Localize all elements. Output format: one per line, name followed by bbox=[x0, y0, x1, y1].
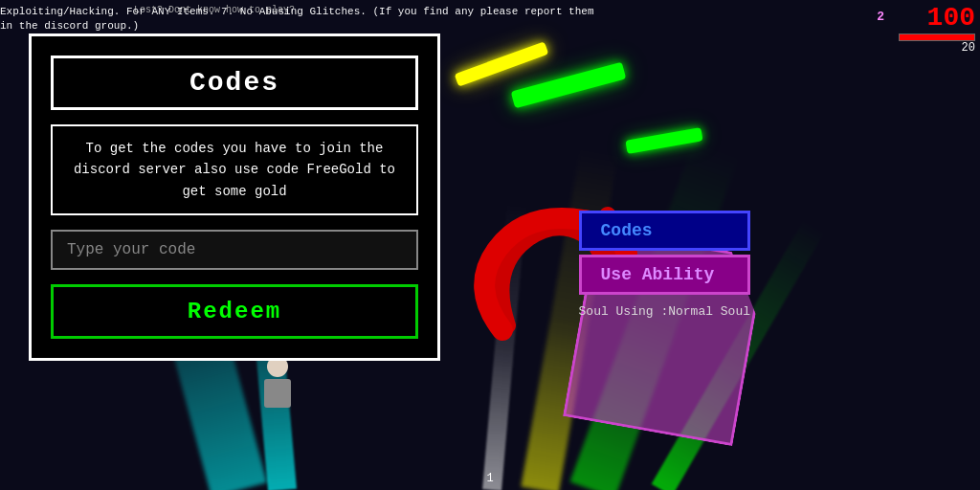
character-sprite bbox=[258, 356, 297, 413]
platform-yellow bbox=[455, 41, 549, 86]
codes-description-box: To get the codes you have to join the di… bbox=[51, 124, 418, 215]
codes-panel-label: Codes bbox=[601, 221, 653, 240]
codes-description-text: To get the codes you have to join the di… bbox=[74, 141, 395, 199]
char-body bbox=[264, 379, 291, 408]
hud-area: 2 100 20 bbox=[899, 5, 975, 55]
hp-sub-value: 20 bbox=[962, 41, 975, 55]
hp-value: 100 bbox=[927, 5, 975, 32]
code-input-placeholder: Type your code bbox=[67, 241, 195, 258]
redeem-label: Redeem bbox=[188, 299, 281, 324]
codes-panel-button[interactable]: Codes bbox=[579, 211, 750, 251]
hp-bar bbox=[900, 34, 974, 40]
hp-bar-container bbox=[899, 33, 975, 41]
soul-text: Soul Using :Normal Soul bbox=[579, 303, 750, 321]
right-panel: Codes Use Ability Soul Using :Normal Sou… bbox=[579, 211, 750, 321]
level-badge: 2 bbox=[877, 10, 884, 24]
rules-text: Exploiting/Hacking. For ANY Items. 7. No… bbox=[0, 5, 597, 34]
use-ability-label: Use Ability bbox=[601, 265, 715, 284]
code-input-box[interactable]: Type your code bbox=[51, 230, 418, 270]
redeem-button[interactable]: Redeem bbox=[51, 284, 418, 339]
codes-dialog: Codes To get the codes you have to join … bbox=[29, 33, 440, 361]
codes-dialog-title: Codes bbox=[189, 68, 279, 98]
page-number: 1 bbox=[486, 472, 493, 485]
platform-green bbox=[511, 62, 627, 108]
game-background: Lost? Dont know how to play? Exploiting/… bbox=[0, 0, 980, 490]
codes-title-box: Codes bbox=[51, 56, 418, 110]
use-ability-button[interactable]: Use Ability bbox=[579, 255, 750, 295]
